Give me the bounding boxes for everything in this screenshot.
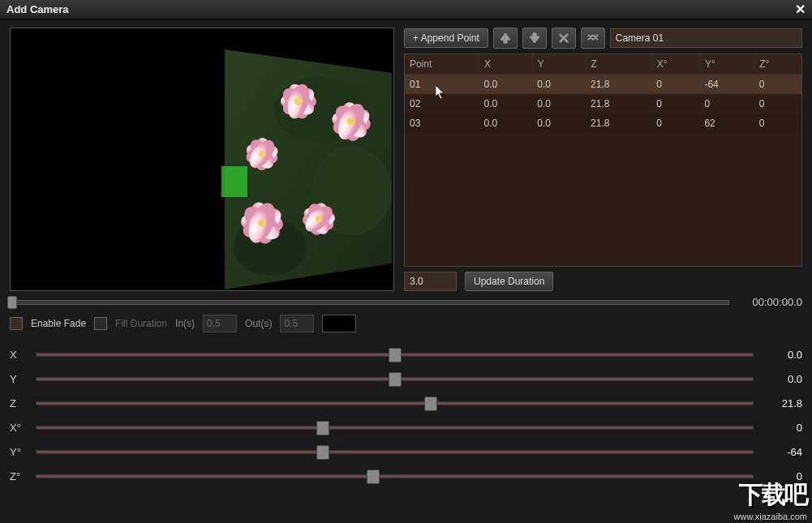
slider-Ydeg[interactable] xyxy=(36,450,754,454)
slider-thumb[interactable] xyxy=(316,445,329,460)
table-cell: 21.8 xyxy=(586,94,651,114)
slider-label: Z° xyxy=(10,470,26,482)
table-cell: 01 xyxy=(405,75,479,95)
duration-input[interactable] xyxy=(404,272,457,291)
timeline-thumb[interactable] xyxy=(7,296,17,309)
enable-fade-label: Enable Fade xyxy=(31,318,86,329)
slider-thumb[interactable] xyxy=(367,469,380,484)
slider-thumb[interactable] xyxy=(316,421,329,435)
table-cell: 0.0 xyxy=(532,114,586,133)
column-header[interactable]: Y xyxy=(532,54,586,75)
preview-viewport[interactable] xyxy=(10,28,394,291)
points-table[interactable]: PointXYZX°Y°Z° 010.00.021.80-640020.00.0… xyxy=(404,54,802,267)
table-cell: 0.0 xyxy=(532,94,586,114)
svg-point-28 xyxy=(258,219,266,227)
table-cell: 0.0 xyxy=(532,75,586,95)
slider-label: Y° xyxy=(10,446,26,458)
table-cell: 0.0 xyxy=(479,75,532,95)
title-bar: Add Camera ✕ xyxy=(0,0,812,19)
slider-Xdeg[interactable] xyxy=(36,426,754,430)
slider-value: -64 xyxy=(763,446,802,458)
slider-label: X° xyxy=(10,422,26,434)
table-cell: 0.0 xyxy=(479,114,532,133)
table-cell: 0 xyxy=(754,114,801,133)
slider-Y[interactable] xyxy=(36,377,754,381)
slider-value: 21.8 xyxy=(763,397,802,409)
enable-fade-checkbox[interactable] xyxy=(10,317,23,330)
table-cell: 0 xyxy=(754,75,801,95)
svg-point-16 xyxy=(347,118,355,126)
slider-label: X xyxy=(10,349,26,361)
column-header[interactable]: X° xyxy=(651,54,699,75)
slider-label: Z xyxy=(10,397,26,409)
fill-duration-label: Fill Duration xyxy=(115,318,167,329)
table-cell: 62 xyxy=(699,114,754,133)
table-cell: 0 xyxy=(651,114,699,133)
slider-thumb[interactable] xyxy=(389,348,402,362)
slider-value: 0 xyxy=(763,422,802,434)
append-point-button[interactable]: + Append Point xyxy=(404,28,488,48)
table-cell: -64 xyxy=(699,75,754,95)
table-cell: 02 xyxy=(405,94,479,114)
table-cell: 0 xyxy=(651,94,699,114)
watermark: 下载吧 www.xiazaiba.com xyxy=(734,478,807,521)
fade-in-input[interactable] xyxy=(203,315,237,332)
fade-color-swatch[interactable] xyxy=(322,315,356,332)
column-header[interactable]: X xyxy=(479,54,532,75)
fill-duration-checkbox[interactable] xyxy=(94,317,107,330)
camera-name-input[interactable] xyxy=(610,28,802,48)
column-header[interactable]: Z° xyxy=(754,54,801,75)
fade-in-label: In(s) xyxy=(175,318,195,329)
slider-value: 0.0 xyxy=(763,349,802,361)
slider-Z[interactable] xyxy=(36,401,754,405)
svg-point-10 xyxy=(294,97,303,105)
move-up-button[interactable] xyxy=(493,28,518,49)
table-cell: 0.0 xyxy=(479,94,532,114)
svg-rect-4 xyxy=(221,166,247,197)
table-cell: 0 xyxy=(699,94,754,114)
table-row[interactable]: 010.00.021.80-640 xyxy=(405,75,801,95)
delete-all-button[interactable] xyxy=(581,28,605,49)
window-title: Add Camera xyxy=(6,3,69,15)
column-header[interactable]: Point xyxy=(405,54,479,75)
table-row[interactable]: 020.00.021.8000 xyxy=(405,94,801,114)
svg-point-22 xyxy=(259,151,265,157)
fade-out-label: Out(s) xyxy=(245,318,272,329)
table-cell: 03 xyxy=(405,114,479,133)
slider-X[interactable] xyxy=(36,353,754,357)
delete-point-button[interactable] xyxy=(552,28,576,49)
timecode-display: 00:00:00.0 xyxy=(737,296,802,308)
table-row[interactable]: 030.00.021.80620 xyxy=(405,114,801,133)
move-down-button[interactable] xyxy=(522,28,547,49)
fade-out-input[interactable] xyxy=(280,315,314,332)
watermark-url: www.xiazaiba.com xyxy=(734,512,807,521)
svg-point-34 xyxy=(316,216,322,222)
column-header[interactable]: Z xyxy=(586,54,651,75)
slider-value: 0.0 xyxy=(763,373,802,385)
slider-thumb[interactable] xyxy=(424,397,437,411)
watermark-text: 下载吧 xyxy=(734,478,807,512)
table-cell: 21.8 xyxy=(586,114,651,133)
update-duration-button[interactable]: Update Duration xyxy=(465,272,553,291)
timeline-slider[interactable] xyxy=(10,300,729,305)
slider-label: Y xyxy=(10,373,26,385)
table-cell: 21.8 xyxy=(586,75,651,95)
table-cell: 0 xyxy=(651,75,699,95)
slider-thumb[interactable] xyxy=(389,372,402,387)
column-header[interactable]: Y° xyxy=(699,54,754,75)
table-cell: 0 xyxy=(754,94,801,114)
slider-Zdeg[interactable] xyxy=(36,474,754,478)
preview-image xyxy=(11,28,394,291)
close-icon[interactable]: ✕ xyxy=(795,2,806,17)
